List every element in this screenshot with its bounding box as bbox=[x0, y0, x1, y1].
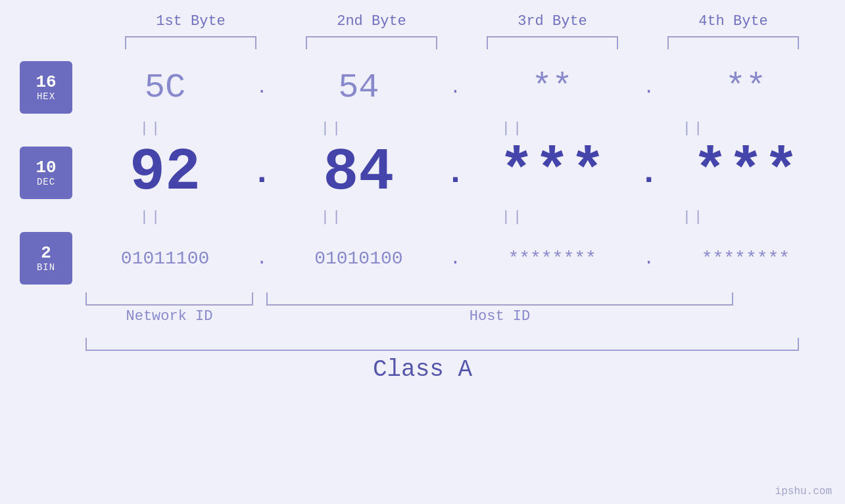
byte4-header: 4th Byte bbox=[661, 13, 806, 30]
hex-b2: 54 bbox=[286, 68, 431, 107]
bin-badge: 2 BIN bbox=[20, 232, 72, 285]
bin-badge-num: 2 bbox=[41, 244, 51, 263]
pipe4: || bbox=[621, 120, 766, 137]
byte-headers: 1st Byte 2nd Byte 3rd Byte 4th Byte bbox=[101, 13, 824, 30]
dec-row: 10 DEC 92 . 84 . *** . *** bbox=[0, 143, 845, 202]
bracket-byte2 bbox=[306, 36, 437, 49]
bin-sep1: . bbox=[252, 248, 272, 269]
network-id-label: Network ID bbox=[85, 308, 253, 325]
pipe6: || bbox=[260, 209, 404, 225]
bracket-network bbox=[85, 292, 253, 306]
bin-b4: ******** bbox=[673, 248, 818, 269]
dec-sep2: . bbox=[445, 154, 465, 192]
pipe7: || bbox=[441, 209, 585, 225]
bracket-byte4 bbox=[667, 36, 799, 49]
bin-badge-label: BIN bbox=[37, 262, 55, 273]
bin-b2: 01010100 bbox=[286, 248, 431, 269]
dec-b3: *** bbox=[480, 143, 625, 202]
bracket-byte3 bbox=[487, 36, 618, 49]
bin-sep3: . bbox=[639, 248, 659, 269]
pipe3: || bbox=[441, 120, 585, 137]
byte2-header: 2nd Byte bbox=[299, 13, 444, 30]
byte1-header: 1st Byte bbox=[118, 13, 263, 30]
hex-b3: ** bbox=[480, 68, 625, 107]
dec-badge-num: 10 bbox=[36, 158, 56, 177]
pipes-dec-bin: || || || || bbox=[61, 209, 785, 225]
top-brackets bbox=[101, 36, 824, 49]
bottom-brackets bbox=[85, 292, 809, 306]
class-label: Class A bbox=[373, 356, 472, 383]
hex-badge-label: HEX bbox=[37, 91, 55, 102]
bin-b3: ******** bbox=[480, 248, 625, 269]
dec-b2: 84 bbox=[286, 143, 431, 202]
bracket-host bbox=[266, 292, 733, 306]
host-id-label: Host ID bbox=[266, 308, 733, 325]
hex-sep3: . bbox=[639, 78, 659, 98]
bin-bytes-area: 01011100 . 01010100 . ******** . *******… bbox=[85, 248, 825, 269]
full-bracket-row bbox=[85, 338, 799, 351]
pipe5: || bbox=[79, 209, 224, 225]
dec-sep1: . bbox=[252, 154, 272, 192]
dec-badge-label: DEC bbox=[37, 177, 55, 187]
dec-badge: 10 DEC bbox=[20, 147, 72, 199]
hex-sep1: . bbox=[252, 78, 272, 98]
bracket-full bbox=[85, 338, 799, 351]
pipe1: || bbox=[79, 120, 224, 137]
watermark: ipshu.com bbox=[775, 486, 832, 497]
dec-b1: 92 bbox=[93, 143, 237, 202]
bin-sep2: . bbox=[445, 248, 465, 269]
byte3-header: 3rd Byte bbox=[480, 13, 625, 30]
hex-b4: ** bbox=[673, 68, 818, 107]
hex-badge: 16 HEX bbox=[20, 61, 72, 114]
main-container: 1st Byte 2nd Byte 3rd Byte 4th Byte 16 H… bbox=[0, 0, 845, 504]
class-label-row: Class A bbox=[0, 356, 845, 383]
hex-b1: 5C bbox=[93, 68, 237, 107]
pipe2: || bbox=[260, 120, 404, 137]
hex-bytes-area: 5C . 54 . ** . ** bbox=[85, 68, 825, 107]
hex-row: 16 HEX 5C . 54 . ** . ** bbox=[0, 61, 845, 114]
pipe8: || bbox=[621, 209, 766, 225]
bottom-section: Network ID Host ID Class A bbox=[0, 292, 845, 383]
id-labels-row: Network ID Host ID bbox=[85, 306, 809, 325]
hex-sep2: . bbox=[445, 78, 465, 98]
bin-row: 2 BIN 01011100 . 01010100 . ******** . *… bbox=[0, 232, 845, 285]
hex-badge-num: 16 bbox=[36, 73, 56, 92]
dec-sep3: . bbox=[639, 154, 659, 192]
pipes-hex-dec: || || || || bbox=[61, 120, 785, 137]
bracket-byte1 bbox=[125, 36, 256, 49]
dec-b4: *** bbox=[673, 143, 818, 202]
bin-b1: 01011100 bbox=[93, 248, 237, 269]
dec-bytes-area: 92 . 84 . *** . *** bbox=[85, 143, 825, 202]
